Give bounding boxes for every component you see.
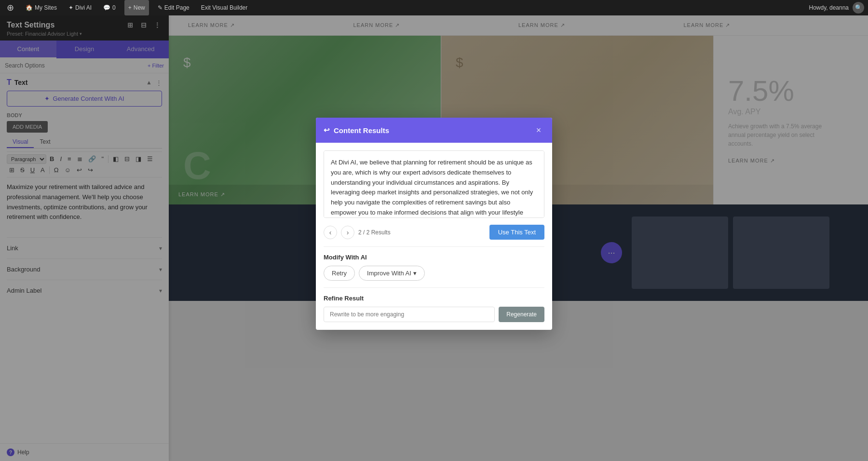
improve-arrow-icon: ▾ — [413, 270, 417, 277]
modal-overlay: ↩ Content Results × At Divi AI, we belie… — [0, 0, 868, 461]
admin-search-icon[interactable]: 🔍 — [853, 2, 864, 14]
modal-back-icon: ↩ — [324, 126, 330, 135]
pagination-nav: ‹ › 2 / 2 Results — [324, 226, 391, 239]
my-sites-link[interactable]: 🏠 My Sites — [23, 0, 60, 15]
modal-header: ↩ Content Results × — [316, 118, 552, 143]
modify-buttons: Retry Improve With AI ▾ — [324, 266, 544, 281]
ai-icon: ✦ — [68, 4, 73, 11]
comments-link[interactable]: 💬 0 — [100, 0, 119, 15]
wp-logo[interactable]: ⊕ — [4, 0, 17, 15]
next-result-button[interactable]: › — [341, 226, 354, 239]
home-icon: 🏠 — [26, 4, 33, 11]
modal-divider-2 — [324, 287, 544, 288]
regenerate-button[interactable]: Regenerate — [499, 307, 544, 322]
pagination-text: 2 / 2 Results — [358, 229, 391, 236]
retry-button[interactable]: Retry — [324, 266, 355, 281]
modify-title: Modify With AI — [324, 254, 544, 261]
improve-ai-button[interactable]: Improve With AI ▾ — [359, 266, 425, 281]
modify-section: Modify With AI Retry Improve With AI ▾ — [324, 254, 544, 281]
content-results-modal: ↩ Content Results × At Divi AI, we belie… — [316, 118, 552, 330]
modal-divider-1 — [324, 246, 544, 247]
modal-text-content: At Divi AI, we believe that planning for… — [324, 150, 544, 218]
use-text-button[interactable]: Use This Text — [489, 225, 544, 240]
modal-pagination: ‹ › 2 / 2 Results Use This Text — [324, 225, 544, 240]
new-link[interactable]: + New — [124, 0, 149, 15]
plus-icon: + — [128, 4, 132, 11]
prev-result-button[interactable]: ‹ — [324, 226, 337, 239]
modal-title: ↩ Content Results — [324, 126, 389, 135]
modal-close-button[interactable]: × — [533, 124, 544, 136]
refine-section: Refine Result Regenerate — [324, 295, 544, 322]
refine-row: Regenerate — [324, 307, 544, 322]
divi-ai-link[interactable]: ✦ Divi AI — [66, 0, 95, 15]
modal-body: At Divi AI, we believe that planning for… — [316, 143, 552, 330]
refine-input[interactable] — [324, 307, 495, 322]
edit-icon: ✎ — [158, 4, 163, 11]
edit-page-link[interactable]: ✎ Edit Page — [155, 0, 192, 15]
admin-bar-right: Howdy, deanna 🔍 — [809, 2, 865, 14]
admin-bar: ⊕ 🏠 My Sites ✦ Divi AI 💬 0 + New ✎ Edit … — [0, 0, 868, 15]
exit-builder-link[interactable]: Exit Visual Builder — [198, 0, 251, 15]
comment-icon: 💬 — [103, 4, 110, 11]
refine-title: Refine Result — [324, 295, 544, 302]
